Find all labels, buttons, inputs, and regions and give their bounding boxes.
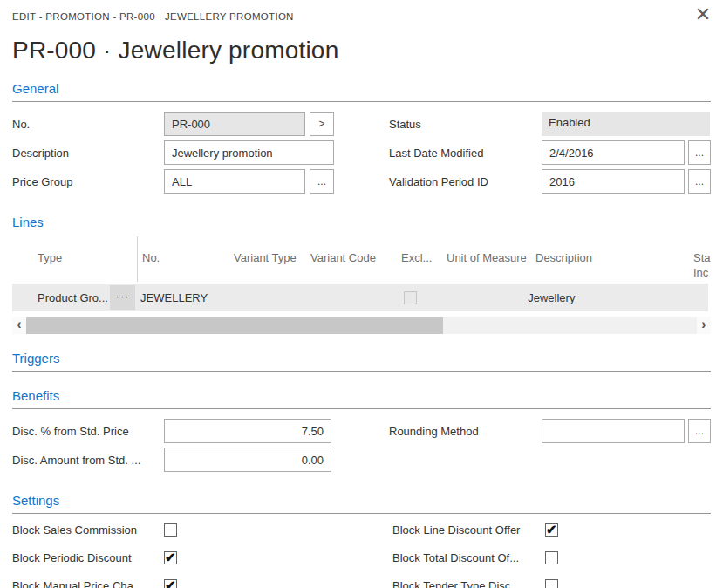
column-header-variant-code[interactable]: Variant Code xyxy=(307,236,398,282)
disc-pct-label: Disc. % from Std. Price xyxy=(12,425,164,438)
disc-amount-label: Disc. Amount from Std. ... xyxy=(12,454,164,467)
table-row[interactable]: Product Gro... ··· JEWELLERY Jewellery xyxy=(12,284,708,311)
breadcrumb: EDIT - PROMOTION - PR-000 · JEWELLERY PR… xyxy=(12,11,711,22)
window-titlebar: EDIT - PROMOTION - PR-000 · JEWELLERY PR… xyxy=(0,0,723,30)
cell-no: JEWELLERY xyxy=(135,284,225,311)
disc-pct-input[interactable] xyxy=(164,419,331,443)
cell-standard xyxy=(670,284,708,311)
last-date-modified-input[interactable] xyxy=(542,140,685,165)
rounding-method-label: Rounding Method xyxy=(389,425,542,438)
no-input[interactable] xyxy=(164,112,305,136)
setting-label: Block Tender Type Disc... xyxy=(392,579,545,588)
cell-excluded xyxy=(392,284,434,311)
setting-label: Block Sales Commission xyxy=(12,523,164,537)
setting-label: Block Periodic Discount xyxy=(12,551,164,564)
no-drilldown-button[interactable]: > xyxy=(310,112,334,136)
lines-grid: Type No. Variant Type Variant Code Excl.… xyxy=(12,236,723,311)
assist-edit-button[interactable]: ··· xyxy=(110,285,135,310)
setting-block-tender-type-discount: Block Tender Type Disc... xyxy=(392,578,711,588)
field-status: Status Enabled xyxy=(389,112,711,136)
scroll-left-arrow-icon[interactable]: ‹ xyxy=(12,317,26,334)
validation-period-lookup-button[interactable]: ... xyxy=(688,169,711,194)
setting-label: Block Manual Price Cha... xyxy=(12,579,164,588)
block-periodic-discount-checkbox[interactable] xyxy=(164,551,177,564)
section-lines: Lines Type No. Variant Type Variant Code… xyxy=(0,215,723,311)
cell-variant-code xyxy=(303,284,392,311)
field-price-group: Price Group ... xyxy=(12,169,389,194)
cell-type: Product Gro... ··· xyxy=(12,284,135,311)
description-input[interactable] xyxy=(164,140,334,165)
field-last-date-modified: Last Date Modified ... xyxy=(389,140,711,165)
setting-block-line-discount-offer: Block Line Discount Offer xyxy=(392,523,711,537)
section-divider xyxy=(12,101,711,102)
column-header-no[interactable]: No. xyxy=(137,236,228,282)
field-disc-amount: Disc. Amount from Std. ... xyxy=(12,448,389,472)
triggers-heading[interactable]: Triggers xyxy=(12,351,711,366)
section-settings: Settings Block Sales Commission Block Pe… xyxy=(0,493,723,588)
section-divider xyxy=(12,408,711,409)
lines-grid-header: Type No. Variant Type Variant Code Excl.… xyxy=(12,236,723,282)
column-header-excluded[interactable]: Excl... xyxy=(398,236,441,282)
cell-unit-of-measure xyxy=(435,284,519,311)
status-label: Status xyxy=(389,118,542,131)
rounding-method-lookup-button[interactable]: ... xyxy=(688,419,711,443)
cell-description: Jewellery xyxy=(519,284,670,311)
settings-heading[interactable]: Settings xyxy=(12,493,711,508)
setting-label: Block Line Discount Offer xyxy=(392,523,545,537)
field-rounding-method: Rounding Method ... xyxy=(389,419,711,443)
no-label: No. xyxy=(12,118,164,131)
general-heading[interactable]: General xyxy=(12,81,711,96)
column-header-type[interactable]: Type xyxy=(12,236,137,282)
field-disc-pct: Disc. % from Std. Price xyxy=(12,419,389,443)
scrollbar-track[interactable] xyxy=(26,317,697,334)
block-tender-type-discount-checkbox[interactable] xyxy=(545,579,558,588)
benefits-heading[interactable]: Benefits xyxy=(12,388,711,403)
setting-block-sales-commission: Block Sales Commission xyxy=(12,523,392,537)
page-title: PR-000 · Jewellery promotion xyxy=(0,30,723,65)
frozen-column-divider xyxy=(137,236,138,282)
setting-block-periodic-discount: Block Periodic Discount xyxy=(12,550,392,564)
field-no: No. > xyxy=(12,112,389,136)
block-manual-price-change-checkbox[interactable] xyxy=(164,579,177,588)
section-divider xyxy=(12,371,711,372)
horizontal-scrollbar[interactable]: ‹ › xyxy=(12,317,711,334)
cell-variant-type xyxy=(225,284,303,311)
section-benefits: Benefits Disc. % from Std. Price Disc. A… xyxy=(0,388,723,476)
section-divider xyxy=(12,513,711,514)
close-icon[interactable]: ✕ xyxy=(690,2,716,28)
column-header-variant-type[interactable]: Variant Type xyxy=(228,236,307,282)
setting-label: Block Total Discount Of... xyxy=(392,551,545,564)
status-value: Enabled xyxy=(542,112,710,136)
block-total-discount-offer-checkbox[interactable] xyxy=(545,551,558,564)
block-sales-commission-checkbox[interactable] xyxy=(164,523,177,537)
section-triggers: Triggers xyxy=(0,351,723,372)
price-group-label: Price Group xyxy=(12,175,164,188)
last-date-modified-label: Last Date Modified xyxy=(389,147,542,160)
disc-amount-input[interactable] xyxy=(164,448,331,472)
setting-block-manual-price-change: Block Manual Price Cha... xyxy=(12,578,392,588)
rounding-method-input[interactable] xyxy=(542,419,685,443)
price-group-input[interactable] xyxy=(164,169,305,194)
scroll-right-arrow-icon[interactable]: › xyxy=(697,317,711,334)
field-description: Description xyxy=(12,140,389,165)
excluded-checkbox xyxy=(404,291,417,304)
price-group-lookup-button[interactable]: ... xyxy=(310,169,334,194)
column-header-description[interactable]: Description xyxy=(527,236,680,282)
column-header-unit-of-measure[interactable]: Unit of Measure xyxy=(441,236,527,282)
field-validation-period: Validation Period ID ... xyxy=(389,169,711,194)
validation-period-label: Validation Period ID xyxy=(389,175,542,188)
validation-period-input[interactable] xyxy=(542,169,685,194)
last-date-modified-lookup-button[interactable]: ... xyxy=(688,140,711,165)
description-label: Description xyxy=(12,147,164,160)
scrollbar-thumb[interactable] xyxy=(26,317,443,334)
section-general: General No. > Description Price Group ..… xyxy=(0,81,723,198)
setting-block-total-discount-offer: Block Total Discount Of... xyxy=(392,550,711,564)
column-header-standard[interactable]: Sta Inc xyxy=(680,236,719,282)
lines-heading[interactable]: Lines xyxy=(12,215,711,229)
block-line-discount-offer-checkbox[interactable] xyxy=(545,523,558,537)
